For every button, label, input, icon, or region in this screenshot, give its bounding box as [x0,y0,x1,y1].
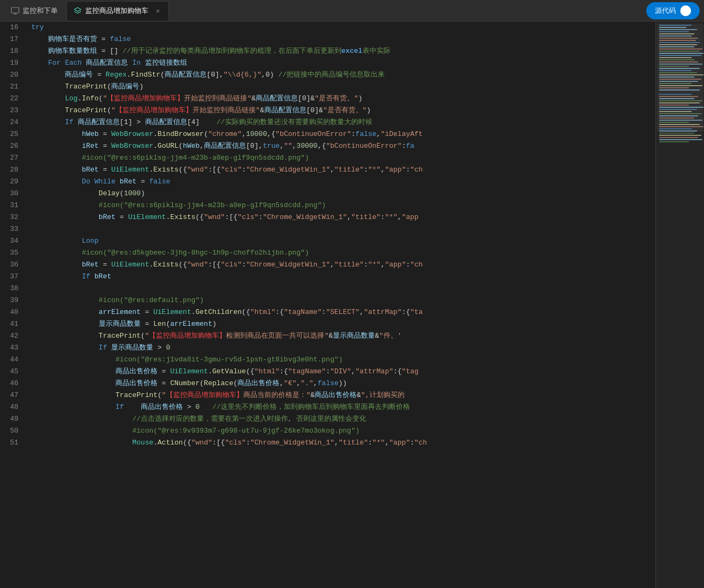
table-row: 45 商品出售价格 = UiElement.GetValue({"html":{… [0,366,655,378]
table-row: 34 Loop [0,235,655,247]
table-row: 39 #icon("@res:default.png") [0,295,655,306]
main-content: 16 try 17 购物车是否有货 = false 18 购物车数量数组 = [… [0,22,704,588]
table-row: 50 #icon("@res:9v9393m7-g698-ut7u-9jgf-2… [0,425,655,437]
svg-rect-47 [659,120,702,121]
table-row: 26 iRet = WebBrowser.GoURL(hWeb,商品配置信息[0… [0,140,655,152]
table-row: 38 [0,283,655,295]
minimap [655,22,704,588]
table-row: 35 #icon("@res:d5kgbeec-3jhg-8hgc-1h9p-c… [0,247,655,259]
table-row: 36 bRet = UiElement.Exists({"wnd":[{"cls… [0,259,655,271]
table-row: 27 #icon("@res:s6piklsg-jjm4-m23b-a0ep-g… [0,152,655,164]
table-row: 41 显示商品数量 = Len(arrElement) [0,318,655,330]
table-row: 49 //点击选择对应的数量，需要在第一次进入时操作, 否则这里的属性会变化 [0,413,655,425]
tab-close-button[interactable]: ✕ [154,6,162,16]
svg-rect-57 [659,141,689,142]
table-row: 23 TracePrint("【监控商品增加购物车】开始监控到商品链接"&商品配… [0,105,655,117]
table-row: 33 [0,223,655,235]
table-row: 22 Log.Info("【监控商品增加购物车】开始监控到商品链接"&商品配置信… [0,93,655,105]
svg-rect-44 [659,113,701,114]
source-code-button[interactable]: 源代码 [646,2,700,19]
table-row: 31 #icon("@res:s6piklsg-jjm4-m23b-a0ep-g… [0,200,655,211]
source-btn-label: 源代码 [655,6,676,16]
svg-rect-40 [659,105,689,106]
tab-bar: 监控和下单 监控商品增加购物车 ✕ 源代码 [0,0,704,22]
table-row: 28 bRet = UiElement.Exists({"wnd":[{"cls… [0,164,655,176]
code-editor[interactable]: 16 try 17 购物车是否有货 = false 18 购物车数量数组 = [… [0,22,655,588]
layers-icon [73,6,82,15]
table-row: 48 If 商品出售价格 > 0 //这里先不判断价格，加到购物车后到购物车里面… [0,401,655,413]
table-row: 19 For Each 商品配置信息 In 监控链接数组 [0,57,655,69]
svg-rect-45 [659,115,698,117]
table-row: 30 Delay(1000) [0,188,655,200]
table-row: 32 bRet = UiElement.Exists({"wnd":[{"cls… [0,211,655,223]
table-row: 24 If 商品配置信息[1] > 商品配置信息[4] //实际购买的数量还没有… [0,117,655,128]
toggle-icon [680,5,691,16]
svg-rect-48 [659,122,689,123]
table-row: 21 TracePrint(商品编号) [0,81,655,93]
minimap-content [656,22,704,577]
table-row: 42 TracePrint("【监控商品增加购物车】检测到商品在页面一共可以选择… [0,330,655,342]
table-row: 17 购物车是否有货 = false [0,33,655,45]
svg-rect-38 [659,100,702,101]
svg-rect-35 [659,94,692,95]
svg-rect-41 [659,107,703,108]
tab-monitor[interactable]: 监控和下单 [4,1,64,20]
tab-bar-left: 监控和下单 监控商品增加购物车 ✕ [4,1,169,20]
table-row: 44 #icon("@res:j1vda8it-3gmu-rv5d-1psh-g… [0,354,655,366]
table-row: 20 商品编号 = Regex.FindStr(商品配置信息[0],"\\d{6… [0,69,655,81]
svg-rect-39 [659,102,700,104]
table-row: 29 Do While bRet = false [0,176,655,188]
svg-rect-50 [659,126,703,127]
table-row: 51 Mouse.Action({"wnd":[{"cls":"Chrome_W… [0,437,655,449]
svg-rect-49 [659,124,700,125]
svg-rect-0 [11,8,19,13]
svg-rect-53 [659,133,694,134]
svg-rect-43 [659,111,692,112]
svg-rect-56 [659,139,702,140]
table-row: 18 购物车数量数组 = [] //用于记录监控的每类商品增加到购物车的梳理，在… [0,45,655,57]
table-row: 25 hWeb = WebBrowser.BindBrowser("chrome… [0,128,655,140]
svg-rect-54 [659,135,701,136]
svg-rect-42 [659,109,697,110]
tab-cart[interactable]: 监控商品增加购物车 ✕ [66,1,169,20]
svg-rect-51 [659,128,692,129]
svg-rect-46 [659,118,694,119]
table-row: 16 try [0,22,655,33]
monitor-icon [11,6,19,15]
table-row: 37 If bRet [0,271,655,283]
svg-rect-36 [659,96,698,97]
tab-monitor-label: 监控和下单 [23,6,58,16]
svg-rect-55 [659,137,698,138]
table-row: 47 TracePrint("【监控商品增加购物车】商品当前的价格是："&商品出… [0,389,655,401]
svg-rect-37 [659,98,694,99]
table-row: 43 If 显示商品数量 > 0 [0,342,655,354]
tab-cart-label: 监控商品增加购物车 [85,6,148,16]
svg-rect-52 [659,131,697,132]
table-row: 40 arrElement = UiElement.GetChildren({"… [0,306,655,318]
table-row: 46 商品出售价格 = CNumber(Replace(商品出售价格,"€","… [0,378,655,389]
